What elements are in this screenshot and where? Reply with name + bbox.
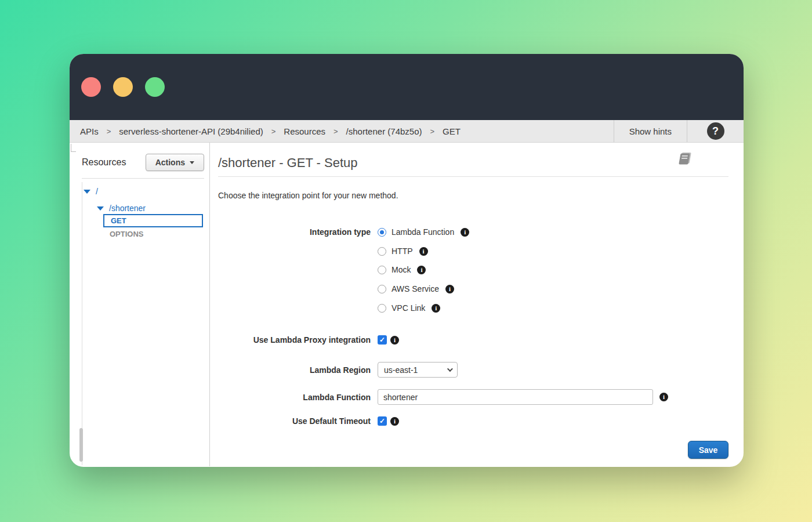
sidebar-divider <box>82 178 204 179</box>
method-setup-panel: /shortener - GET - Setup Choose the inte… <box>209 143 744 466</box>
info-icon[interactable]: i <box>659 393 668 401</box>
content-area: Resources Actions / /shortener GET OPTIO… <box>70 143 744 466</box>
tree-item-get-selected[interactable]: GET <box>103 214 203 227</box>
help-area: ? <box>687 120 744 142</box>
sidebar-title: Resources <box>82 157 126 168</box>
radio-option-label: VPC Link <box>392 303 425 313</box>
tree-item-root[interactable]: / <box>84 187 98 196</box>
documentation-book-icon[interactable] <box>677 152 692 167</box>
browser-window: APIs > serverless-shortener-API (29b4nil… <box>70 54 744 467</box>
breadcrumb-method[interactable]: GET <box>443 126 461 136</box>
tree-item-label: /shortener <box>109 204 146 213</box>
minimize-window-button[interactable] <box>113 77 133 97</box>
default-timeout-checkbox[interactable]: ✓ <box>378 416 387 426</box>
radio-option-label: HTTP <box>392 246 413 256</box>
actions-button-label: Actions <box>155 158 185 167</box>
chevron-down-icon <box>190 161 194 164</box>
proxy-integration-label: Use Lambda Proxy integration <box>210 335 371 345</box>
show-hints-label: Show hints <box>629 126 672 136</box>
radio-option-label: AWS Service <box>392 284 439 293</box>
breadcrumb-separator: > <box>271 127 276 136</box>
actions-button[interactable]: Actions <box>146 154 204 171</box>
lambda-function-label: Lambda Function <box>210 393 371 402</box>
radio-option-label: Lambda Function <box>392 227 454 237</box>
radio-option-label: Mock <box>392 265 411 274</box>
breadcrumb: APIs > serverless-shortener-API (29b4nil… <box>70 120 614 142</box>
radio-aws-service[interactable] <box>378 285 386 293</box>
tree-item-label: GET <box>111 216 126 225</box>
radio-http[interactable] <box>378 247 386 256</box>
title-divider <box>218 176 728 177</box>
expand-triangle-icon[interactable] <box>84 190 90 194</box>
expand-triangle-icon[interactable] <box>97 206 104 211</box>
setup-description: Choose the integration point for your ne… <box>218 191 398 200</box>
breadcrumb-resources[interactable]: Resources <box>284 126 325 136</box>
chevron-down-icon <box>447 366 453 372</box>
info-icon[interactable]: i <box>445 285 454 293</box>
lambda-function-input[interactable] <box>378 389 653 405</box>
default-timeout-label: Use Default Timeout <box>210 416 371 426</box>
page-title: /shortener - GET - Setup <box>218 155 357 171</box>
breadcrumb-separator: > <box>334 127 338 136</box>
tree-item-label: / <box>96 187 98 196</box>
breadcrumb-resource-path[interactable]: /shortener (74bz5o) <box>346 126 422 136</box>
close-window-button[interactable] <box>81 77 101 97</box>
info-icon[interactable]: i <box>461 228 469 237</box>
info-icon[interactable]: i <box>432 304 440 313</box>
save-button[interactable]: Save <box>688 441 728 459</box>
info-icon[interactable]: i <box>417 266 426 274</box>
info-icon[interactable]: i <box>390 417 399 426</box>
radio-vpc-link[interactable] <box>378 304 386 313</box>
lambda-region-value: us-east-1 <box>384 365 418 375</box>
breadcrumb-separator: > <box>430 127 435 136</box>
resources-sidebar: Resources Actions / /shortener GET OPTIO… <box>70 143 209 466</box>
breadcrumb-bar: APIs > serverless-shortener-API (29b4nil… <box>70 120 744 143</box>
radio-mock[interactable] <box>378 266 386 274</box>
breadcrumb-separator: > <box>107 127 111 136</box>
zoom-window-button[interactable] <box>145 77 165 97</box>
lambda-region-label: Lambda Region <box>210 365 371 375</box>
help-icon[interactable]: ? <box>707 122 724 140</box>
integration-type-label: Integration type <box>210 227 371 237</box>
info-icon[interactable]: i <box>390 336 399 345</box>
window-titlebar <box>70 54 744 120</box>
proxy-integration-checkbox[interactable]: ✓ <box>378 335 387 345</box>
show-hints-button[interactable]: Show hints <box>614 120 687 142</box>
tree-item-shortener[interactable]: /shortener <box>97 204 146 213</box>
radio-lambda-function[interactable] <box>378 228 386 237</box>
breadcrumb-apis[interactable]: APIs <box>80 126 99 136</box>
lambda-region-select[interactable]: us-east-1 <box>378 362 458 378</box>
breadcrumb-api-name[interactable]: serverless-shortener-API (29b4nilied) <box>119 126 263 136</box>
info-icon[interactable]: i <box>419 247 428 256</box>
tree-item-options[interactable]: OPTIONS <box>110 230 144 238</box>
